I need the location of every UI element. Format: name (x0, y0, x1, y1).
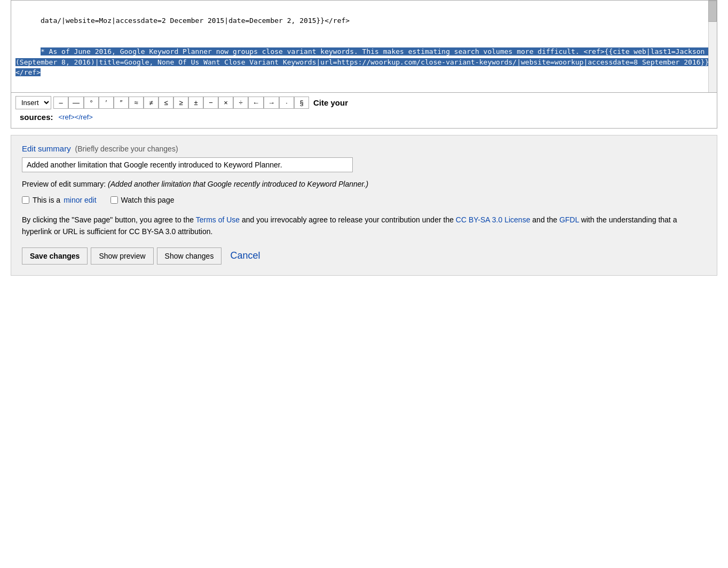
watch-page-checkbox-item: Watch this page (110, 196, 175, 204)
page-wrapper: data/|website=Moz|accessdate=2 December … (0, 0, 728, 568)
edit-summary-header: Edit summary (Briefly describe your chan… (22, 144, 706, 153)
terms-text-1: By clicking the "Save page" button, you … (22, 215, 194, 224)
preview-italic-text: (Added another limitation that Google re… (108, 180, 368, 188)
watch-page-label: Watch this page (121, 196, 175, 204)
toolbar-second-row: sources: <ref></ref> (15, 110, 713, 125)
editor-text-before: data/|website=Moz|accessdate=2 December … (41, 17, 350, 25)
minor-edit-label: This is a (33, 196, 60, 204)
editor-scrollbar[interactable] (708, 1, 717, 92)
editor-content[interactable]: data/|website=Moz|accessdate=2 December … (11, 1, 717, 92)
toolbar-btn-plusminus[interactable]: ± (188, 97, 203, 109)
terms-of-use-link[interactable]: Terms of Use (196, 215, 240, 224)
editor-area: data/|website=Moz|accessdate=2 December … (11, 0, 717, 93)
toolbar-btn-divide[interactable]: ÷ (233, 97, 248, 109)
terms-text: By clicking the "Save page" button, you … (22, 214, 706, 238)
preview-label-text: Preview of edit summary: (22, 180, 106, 188)
sources-label: sources: (20, 113, 53, 122)
minor-edit-checkbox-item: This is a minor edit (22, 196, 97, 204)
insert-select[interactable]: Insert (15, 96, 51, 109)
gfdl-link[interactable]: GFDL (559, 215, 579, 224)
toolbar-btn-geq[interactable]: ≥ (173, 97, 188, 109)
cite-ref-link[interactable]: <ref></ref> (59, 113, 93, 121)
toolbar-btn-rightarrow[interactable]: → (264, 97, 279, 109)
toolbar-btn-endash[interactable]: – (53, 97, 68, 109)
edit-summary-hint: (Briefly describe your changes) (75, 145, 178, 153)
edit-summary-input[interactable] (22, 157, 353, 172)
cancel-button[interactable]: Cancel (230, 250, 260, 261)
terms-text-3: and the (532, 215, 557, 224)
edit-summary-title[interactable]: Edit summary (22, 144, 71, 153)
checkboxes-row: This is a minor edit Watch this page (22, 196, 706, 204)
minor-edit-checkbox[interactable] (22, 196, 29, 204)
toolbar-first-row: Insert – — ° ′ ″ ≈ ≠ ≤ ≥ ± − × ÷ ← → · §… (15, 96, 713, 109)
toolbar-btn-minus[interactable]: − (203, 97, 218, 109)
toolbar-btn-doubleprime[interactable]: ″ (114, 97, 129, 109)
save-changes-button[interactable]: Save changes (22, 247, 88, 265)
editor-scrollbar-thumb[interactable] (708, 1, 717, 22)
toolbar-btn-leq[interactable]: ≤ (159, 97, 173, 109)
toolbar-btn-middledot[interactable]: · (279, 97, 294, 109)
preview-of-edit-summary: Preview of edit summary: (Added another … (22, 180, 706, 188)
show-changes-button[interactable]: Show changes (157, 247, 222, 265)
editor-text-selected: * As of June 2016, Google Keyword Planne… (15, 47, 709, 76)
toolbar: Insert – — ° ′ ″ ≈ ≠ ≤ ≥ ± − × ÷ ← → · §… (11, 93, 717, 129)
cite-label: Cite your (313, 98, 348, 107)
buttons-row: Save changes Show preview Show changes C… (22, 247, 706, 265)
toolbar-btn-approx[interactable]: ≈ (129, 97, 144, 109)
minor-edit-link[interactable]: minor edit (64, 196, 96, 204)
terms-text-2: and you irrevocably agree to release you… (242, 215, 454, 224)
cc-license-link[interactable]: CC BY-SA 3.0 License (456, 215, 531, 224)
toolbar-btn-degree[interactable]: ° (84, 97, 99, 109)
show-preview-button[interactable]: Show preview (91, 247, 153, 265)
edit-summary-section: Edit summary (Briefly describe your chan… (11, 135, 717, 276)
toolbar-btn-prime[interactable]: ′ (99, 97, 114, 109)
toolbar-btn-section[interactable]: § (294, 97, 309, 109)
toolbar-btn-times[interactable]: × (218, 97, 233, 109)
watch-page-checkbox[interactable] (110, 196, 118, 204)
toolbar-btn-emdash[interactable]: — (68, 97, 84, 109)
toolbar-btn-leftarrow[interactable]: ← (248, 97, 264, 109)
toolbar-btn-notequal[interactable]: ≠ (144, 97, 159, 109)
